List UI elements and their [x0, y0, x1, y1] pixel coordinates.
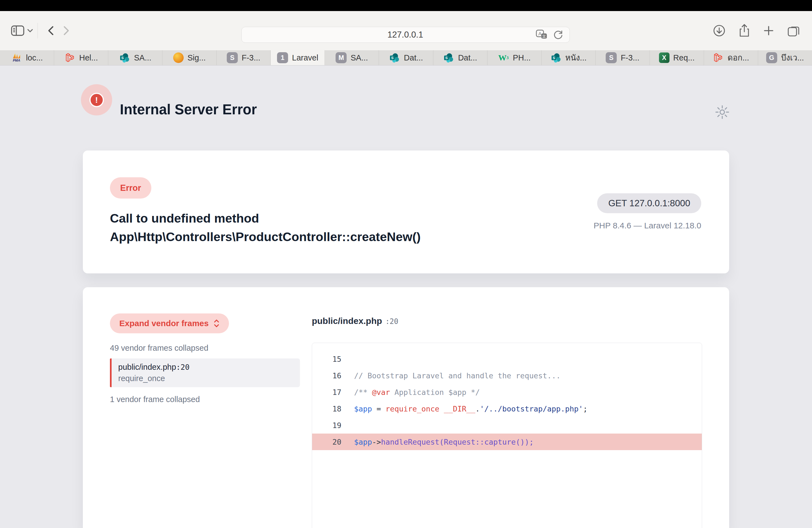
tabs-overview-icon [787, 24, 800, 38]
tab-label: F-3... [242, 53, 260, 62]
stack-trace-card: Expand vendor frames 49 vendor frames co… [83, 287, 729, 528]
expand-collapse-icon [214, 318, 220, 328]
sidebar-icon [11, 25, 25, 37]
tab-overview-button[interactable] [787, 24, 800, 38]
browser-tab[interactable]: SDat... [379, 50, 433, 65]
tab-label: ดอก... [727, 52, 749, 64]
tab-label: บึงเว... [781, 52, 804, 64]
sharepoint-icon: S [550, 52, 562, 63]
exception-message-line2: App\Http\Controllers\ProductController::… [110, 228, 421, 246]
tab-label: SA... [134, 53, 151, 62]
address-bar-url: 127.0.0.1 [242, 30, 536, 40]
page-title: Internal Server Error [120, 101, 257, 118]
tab-label: Req... [673, 53, 695, 62]
svg-text:A: A [538, 31, 541, 36]
browser-tab[interactable]: SF-3... [596, 50, 650, 65]
browser-tab[interactable]: ดอก... [704, 50, 758, 65]
address-bar-icons: A 文 [536, 29, 569, 40]
line-number: 18 [320, 405, 342, 413]
letter-badge-icon: 1 [277, 52, 288, 63]
new-tab-button[interactable] [763, 25, 774, 36]
share-icon [738, 24, 751, 38]
error-type-badge: Error [110, 177, 151, 199]
tab-label: F-3... [621, 53, 639, 62]
browser-tab[interactable]: SF-3... [217, 50, 271, 65]
code-file-name: public/index.php [312, 316, 382, 326]
tab-strip: PMAloc...Hel...SSA...Sig...SF-3...1Larav… [0, 50, 812, 65]
forward-button[interactable] [62, 25, 70, 37]
orange-sphere-icon [173, 53, 184, 63]
sharepoint-icon: S [389, 52, 400, 63]
code-lines: 1516// Bootstrap Laravel and handle the … [312, 351, 702, 450]
line-number: 19 [320, 421, 342, 430]
theme-toggle-button[interactable] [715, 105, 730, 120]
svg-text:S: S [553, 56, 555, 60]
stack-frame-line-number: :20 [176, 363, 190, 371]
browser-tab[interactable]: Sหนัง... [541, 50, 596, 65]
expand-vendor-frames-label: Expand vendor frames [119, 319, 208, 328]
line-source: // Bootstrap Laravel and handle the requ… [354, 371, 561, 380]
exception-message-line1: Call to undefined method [110, 209, 421, 228]
toolbar-divider [38, 23, 38, 39]
browser-tab[interactable]: Hel... [54, 50, 108, 65]
svg-text:S: S [446, 56, 448, 60]
line-number: 16 [320, 371, 342, 380]
versions-text: PHP 8.4.6 — Laravel 12.18.0 [594, 221, 701, 230]
downloads-button[interactable] [713, 24, 726, 37]
tab-label: Hel... [79, 53, 98, 62]
sun-icon [715, 105, 730, 120]
laravel-error-page: ! Internal Server Error Error Call to un… [0, 65, 812, 528]
forward-arrow-icon [62, 25, 70, 37]
tab-label: Laravel [292, 53, 318, 62]
download-icon [713, 24, 726, 37]
back-button[interactable] [47, 25, 55, 37]
tab-label: loc... [26, 53, 43, 62]
browser-tab[interactable]: PMAloc... [0, 50, 54, 65]
tab-label: Dat... [458, 53, 477, 62]
laravel-icon [64, 52, 75, 63]
svg-text:S: S [391, 56, 394, 60]
stack-frame-item[interactable]: public/index.php:20 require_once [110, 358, 300, 387]
code-line-ref: :20 [385, 317, 398, 326]
browser-tab[interactable]: XReq... [650, 50, 704, 65]
sidebar-menu-chevron-button[interactable] [27, 28, 34, 33]
laravel-icon [713, 52, 724, 63]
code-line: 17/** @var Application $app */ [312, 384, 702, 400]
reload-icon[interactable] [553, 29, 563, 40]
svg-text:S: S [121, 56, 124, 60]
system-top-bar [0, 0, 812, 11]
browser-tab[interactable]: SSA... [108, 50, 162, 65]
code-line: 18$app = require_once __DIR__.'/../boots… [312, 400, 702, 417]
letter-badge-icon: S [606, 52, 617, 63]
tab-label: SA... [350, 53, 368, 62]
address-bar[interactable]: 127.0.0.1 A 文 [242, 27, 570, 43]
translate-icon[interactable]: A 文 [536, 30, 547, 40]
browser-tab[interactable]: Gบึงเว... [758, 50, 812, 65]
code-line: 16// Bootstrap Laravel and handle the re… [312, 367, 702, 384]
browser-tab[interactable]: W3PH... [488, 50, 541, 65]
letter-badge-icon: G [766, 52, 777, 63]
line-source: /** @var Application $app */ [354, 388, 480, 397]
error-status-icon: ! [81, 84, 112, 115]
browser-toolbar: 127.0.0.1 A 文 [0, 11, 812, 50]
share-button[interactable] [738, 24, 751, 38]
exclamation-icon: ! [89, 93, 104, 107]
line-number: 20 [320, 438, 342, 446]
exception-message: Call to undefined method App\Http\Contro… [110, 209, 421, 246]
code-viewer: 1516// Bootstrap Laravel and handle the … [312, 343, 702, 528]
browser-tab[interactable]: SDat... [433, 50, 488, 65]
browser-tab-active[interactable]: 1Laravel [271, 50, 325, 65]
w3schools-icon: W3 [498, 52, 509, 63]
sidebar-toggle-button[interactable] [11, 25, 25, 37]
sharepoint-icon: S [443, 52, 454, 63]
chevron-down-icon [27, 28, 34, 33]
line-number: 15 [320, 355, 342, 363]
stack-frame-file: public/index.php:20 [118, 363, 293, 372]
browser-tab[interactable]: Sig... [162, 50, 217, 65]
browser-tab[interactable]: MSA... [325, 50, 379, 65]
letter-badge-icon: S [227, 52, 238, 63]
svg-text:文: 文 [542, 34, 546, 39]
tab-label: หนัง... [565, 52, 586, 64]
code-line: 15 [312, 351, 702, 367]
expand-vendor-frames-button[interactable]: Expand vendor frames [110, 313, 229, 333]
